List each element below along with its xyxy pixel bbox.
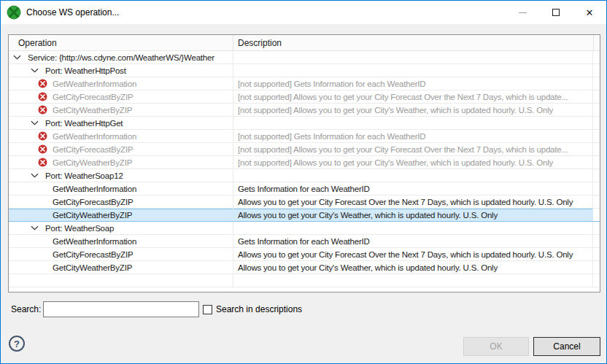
- description-cell: [not supported] Gets Information for eac…: [233, 77, 593, 90]
- table-row[interactable]: Service: {http://ws.cdyne.com/WeatherWS/…: [9, 51, 600, 64]
- operation-cell: GetCityForecastByZIP: [9, 90, 233, 103]
- operation-label: GetCityForecastByZIP: [53, 145, 133, 154]
- table-row[interactable]: GetCityForecastByZIP Allows you to get y…: [9, 248, 600, 261]
- header-gutter: [593, 35, 600, 50]
- operations-table: Operation Description Service: {http://w…: [8, 34, 600, 293]
- table-row[interactable]: Port: WeatherHttpGet: [9, 117, 600, 130]
- operation-cell: GetCityWeatherByZIP: [9, 104, 233, 116]
- description-cell: [233, 51, 593, 63]
- titlebar: Choose WS operation... ✕: [1, 1, 606, 24]
- operation-cell: [9, 274, 233, 287]
- row-gutter: [593, 156, 600, 169]
- description-cell: Allows you to get your City Forecast Ove…: [233, 248, 593, 260]
- operation-cell: GetWeatherInformation: [9, 77, 233, 90]
- table-row[interactable]: GetCityWeatherByZIP Allows you to get yo…: [9, 261, 600, 274]
- operation-cell: GetCityForecastByZIP: [9, 248, 233, 260]
- operation-cell: Port: WeatherHttpGet: [9, 117, 233, 129]
- window-title: Choose WS operation...: [26, 7, 119, 18]
- chevron-down-icon[interactable]: [13, 55, 21, 60]
- table-row[interactable]: GetWeatherInformation Gets Information f…: [9, 182, 600, 195]
- column-header-operation[interactable]: Operation: [9, 35, 233, 50]
- ok-button[interactable]: OK: [463, 337, 529, 356]
- chevron-down-icon[interactable]: [31, 120, 39, 125]
- operation-label: Service: {http://ws.cdyne.com/WeatherWS/…: [28, 53, 214, 62]
- close-icon: ✕: [586, 8, 594, 18]
- row-gutter: [593, 222, 600, 234]
- description-cell: [not supported] Allows you to get your C…: [233, 104, 593, 116]
- row-gutter: [593, 195, 600, 208]
- row-gutter: [593, 104, 600, 116]
- table-body: Service: {http://ws.cdyne.com/WeatherWS/…: [9, 51, 600, 292]
- table-row[interactable]: Port: WeatherSoap: [9, 222, 600, 235]
- operation-cell: Service: {http://ws.cdyne.com/WeatherWS/…: [9, 51, 233, 63]
- table-row[interactable]: GetCityForecastByZIP [not supported] All…: [9, 143, 600, 156]
- operation-label: GetWeatherInformation: [53, 132, 136, 141]
- table-row[interactable]: GetCityForecastByZIP [not supported] All…: [9, 90, 600, 104]
- table-row[interactable]: GetCityWeatherByZIP [not supported] Allo…: [9, 104, 600, 117]
- chevron-down-icon[interactable]: [31, 225, 39, 231]
- table-row[interactable]: GetWeatherInformation Gets Information f…: [9, 235, 600, 248]
- description-cell: [not supported] Gets Information for eac…: [233, 130, 593, 142]
- operation-label: GetCityWeatherByZIP: [53, 106, 132, 115]
- cancel-button[interactable]: Cancel: [533, 337, 600, 356]
- close-button[interactable]: ✕: [573, 1, 606, 24]
- row-gutter: [593, 130, 600, 142]
- not-supported-icon: [38, 92, 47, 101]
- operation-cell: GetCityWeatherByZIP: [9, 209, 233, 221]
- footer: ? OK Cancel: [1, 329, 606, 363]
- description-cell: [233, 64, 593, 77]
- table-row[interactable]: GetCityWeatherByZIP Allows you to get yo…: [9, 209, 600, 222]
- not-supported-icon: [38, 144, 47, 154]
- search-in-descriptions-checkbox[interactable]: [203, 305, 212, 314]
- table-row[interactable]: Port: WeatherSoap12: [9, 169, 600, 182]
- help-button[interactable]: ?: [9, 336, 25, 352]
- table-row[interactable]: Port: WeatherHttpPost: [9, 64, 600, 77]
- description-cell: Gets Information for each WeatherID: [233, 182, 593, 195]
- operation-label: GetCityWeatherByZIP: [53, 263, 132, 272]
- operation-label: Port: WeatherSoap: [45, 224, 114, 233]
- not-supported-icon: [38, 79, 47, 88]
- table-row[interactable]: GetCityForecastByZIP Allows you to get y…: [9, 195, 600, 209]
- row-gutter: [593, 169, 600, 182]
- minimize-button[interactable]: [506, 1, 539, 24]
- chevron-down-icon[interactable]: [31, 68, 39, 73]
- row-gutter: [593, 143, 600, 155]
- chevron-down-icon[interactable]: [31, 173, 39, 178]
- row-gutter: [593, 182, 600, 195]
- row-gutter: [593, 261, 600, 274]
- table-row[interactable]: GetWeatherInformation [not supported] Ge…: [9, 130, 600, 143]
- description-cell: [233, 169, 593, 182]
- operation-cell: Port: WeatherHttpPost: [9, 64, 233, 77]
- row-gutter: [593, 209, 600, 221]
- operation-label: GetCityForecastByZIP: [53, 250, 133, 259]
- maximize-icon: [552, 9, 560, 16]
- operation-label: Port: WeatherHttpGet: [45, 119, 123, 128]
- description-cell: [not supported] Allows you to get your C…: [233, 90, 593, 103]
- column-header-description[interactable]: Description: [233, 35, 593, 50]
- not-supported-icon: [38, 158, 47, 167]
- description-cell: Allows you to get your City's Weather, w…: [233, 261, 593, 274]
- row-gutter: [593, 64, 600, 77]
- operation-cell: Port: WeatherSoap: [9, 222, 233, 234]
- row-gutter: [593, 117, 600, 129]
- dialog-window: Choose WS operation... ✕ Operation Descr…: [0, 0, 607, 364]
- table-row[interactable]: GetWeatherInformation [not supported] Ge…: [9, 77, 600, 90]
- operation-label: GetCityForecastByZIP: [53, 93, 133, 101]
- description-cell: [233, 117, 593, 129]
- row-gutter: [593, 90, 600, 103]
- table-row[interactable]: GetCityWeatherByZIP [not supported] Allo…: [9, 156, 600, 169]
- operation-cell: Port: WeatherSoap12: [9, 169, 233, 182]
- description-cell: Allows you to get your City Forecast Ove…: [233, 195, 593, 208]
- table-empty-area: [9, 287, 600, 292]
- description-cell: [233, 274, 593, 287]
- row-gutter: [593, 51, 600, 63]
- operation-cell: GetWeatherInformation: [9, 235, 233, 247]
- description-cell: Allows you to get your City's Weather, w…: [233, 209, 593, 221]
- maximize-button[interactable]: [539, 1, 573, 24]
- search-input[interactable]: [43, 301, 199, 317]
- row-gutter: [593, 235, 600, 247]
- table-row[interactable]: [9, 274, 600, 287]
- row-gutter: [593, 248, 600, 260]
- operation-label: Port: WeatherHttpPost: [45, 66, 126, 75]
- operation-cell: GetWeatherInformation: [9, 130, 233, 142]
